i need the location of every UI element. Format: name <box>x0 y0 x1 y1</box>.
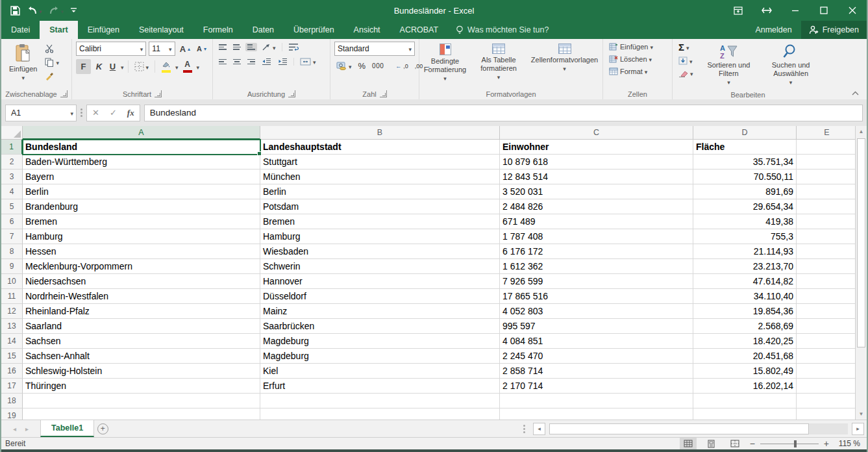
row-header-3[interactable]: 3 <box>1 170 23 184</box>
cell-B9[interactable]: Schwerin <box>260 259 500 274</box>
cell-A11[interactable]: Nordrhein-Westfalen <box>23 289 260 304</box>
select-all-corner[interactable] <box>1 126 23 140</box>
cell-A6[interactable]: Bremen <box>23 214 260 229</box>
percent-style-button[interactable]: % <box>356 60 368 72</box>
cell-B15[interactable]: Magdeburg <box>260 349 500 364</box>
cell-A5[interactable]: Brandenburg <box>23 199 260 214</box>
cell-C4[interactable]: 3 520 031 <box>500 184 693 199</box>
row-header-15[interactable]: 15 <box>1 349 23 364</box>
cell-E18[interactable] <box>797 394 858 408</box>
cell-A13[interactable]: Saarland <box>23 319 260 334</box>
splitter-grip[interactable] <box>523 425 525 433</box>
horizontal-scroll-track[interactable] <box>549 423 848 434</box>
cell-E4[interactable] <box>797 184 858 199</box>
cell-C3[interactable]: 12 843 514 <box>500 170 693 184</box>
sheet-prev-icon[interactable]: ◂ <box>13 425 16 433</box>
cell-D9[interactable]: 23.213,70 <box>693 259 797 274</box>
cell-A12[interactable]: Rheinland-Pfalz <box>23 304 260 319</box>
accounting-format-button[interactable] <box>334 60 354 71</box>
cell-B7[interactable]: Hamburg <box>260 229 500 244</box>
cell-A19[interactable] <box>23 408 260 420</box>
format-painter-button[interactable] <box>43 70 61 82</box>
cell-D10[interactable]: 47.614,82 <box>693 274 797 289</box>
number-format-combo[interactable]: Standard <box>334 42 415 56</box>
zoom-out-icon[interactable]: − <box>750 439 755 448</box>
row-header-4[interactable]: 4 <box>1 184 23 199</box>
cell-B14[interactable]: Magdeburg <box>260 334 500 349</box>
cell-D12[interactable]: 19.854,36 <box>693 304 797 319</box>
tab-überprüfen[interactable]: Überprüfen <box>284 21 344 39</box>
share-button[interactable]: Freigeben <box>801 21 867 39</box>
conditional-formatting-button[interactable]: Bedingte Formatierung <box>420 42 470 85</box>
customize-qat-icon[interactable] <box>70 6 77 14</box>
maximize-icon[interactable] <box>810 0 838 21</box>
row-header-10[interactable]: 10 <box>1 274 23 289</box>
fill-button[interactable] <box>676 55 695 66</box>
clipboard-dialog-launcher-icon[interactable] <box>60 90 68 97</box>
underline-caret-icon[interactable] <box>121 63 124 71</box>
cell-D3[interactable]: 70.550,11 <box>693 170 797 184</box>
decrease-indent-button[interactable] <box>260 56 273 67</box>
delete-cells-button[interactable]: Löschen <box>607 54 654 64</box>
cell-C5[interactable]: 2 484 826 <box>500 199 693 214</box>
row-header-14[interactable]: 14 <box>1 334 23 349</box>
sort-filter-button[interactable]: AZ Sortieren und Filtern <box>701 42 758 89</box>
insert-function-icon[interactable]: fx <box>127 108 134 118</box>
cell-B12[interactable]: Mainz <box>260 304 500 319</box>
tab-start[interactable]: Start <box>40 21 77 39</box>
clear-button[interactable] <box>676 68 695 79</box>
ribbon-display-options-icon[interactable] <box>724 0 752 21</box>
cell-A7[interactable]: Hamburg <box>23 229 260 244</box>
cut-button[interactable] <box>43 43 61 55</box>
cell-B1[interactable]: Landeshauptstadt <box>260 140 500 155</box>
tab-daten[interactable]: Daten <box>243 21 284 39</box>
cell-C15[interactable]: 2 245 470 <box>500 349 693 364</box>
cell-D16[interactable]: 15.802,49 <box>693 364 797 379</box>
row-header-7[interactable]: 7 <box>1 229 23 244</box>
row-header-8[interactable]: 8 <box>1 244 23 259</box>
format-as-table-button[interactable]: Als Tabelle formatieren <box>477 42 521 84</box>
cell-D5[interactable]: 29.654,34 <box>693 199 797 214</box>
row-header-12[interactable]: 12 <box>1 304 23 319</box>
comma-style-button[interactable]: 000 <box>370 61 386 71</box>
cell-A9[interactable]: Mecklenburg-Vorpommern <box>23 259 260 274</box>
font-dialog-launcher-icon[interactable] <box>155 90 162 97</box>
cell-C14[interactable]: 4 084 851 <box>500 334 693 349</box>
number-dialog-launcher-icon[interactable] <box>380 90 387 97</box>
cell-A18[interactable] <box>23 394 260 408</box>
zoom-level[interactable]: 115 % <box>836 439 860 448</box>
insert-cells-button[interactable]: Einfügen <box>607 42 655 52</box>
row-header-6[interactable]: 6 <box>1 214 23 229</box>
name-box[interactable]: A1 <box>5 105 77 121</box>
cell-B11[interactable]: Düsseldorf <box>260 289 500 304</box>
cell-E5[interactable] <box>797 199 858 214</box>
cell-C10[interactable]: 7 926 599 <box>500 274 693 289</box>
column-header-D[interactable]: D <box>693 126 797 140</box>
cell-E2[interactable] <box>797 155 858 170</box>
cell-C17[interactable]: 2 170 714 <box>500 379 693 394</box>
fill-color-button[interactable] <box>159 60 173 74</box>
align-middle-button[interactable] <box>231 43 243 51</box>
row-header-2[interactable]: 2 <box>1 155 23 170</box>
confirm-entry-icon[interactable]: ✓ <box>110 108 117 118</box>
cell-B3[interactable]: München <box>260 170 500 184</box>
cell-E7[interactable] <box>797 229 858 244</box>
cell-A10[interactable]: Niedersachsen <box>23 274 260 289</box>
zoom-in-icon[interactable]: + <box>824 439 829 448</box>
bold-button[interactable]: F <box>76 59 91 74</box>
cell-A2[interactable]: Baden-Württemberg <box>23 155 260 170</box>
cell-C9[interactable]: 1 612 362 <box>500 259 693 274</box>
autosum-button[interactable]: Σ <box>676 42 695 53</box>
sheet-tab-tabelle1[interactable]: Tabelle1 <box>40 420 94 437</box>
cell-E15[interactable] <box>797 349 858 364</box>
cell-E9[interactable] <box>797 259 858 274</box>
grow-font-button[interactable]: A▴ <box>178 43 192 55</box>
format-cells-button[interactable]: Format <box>607 66 649 77</box>
add-sheet-button[interactable]: + <box>94 420 111 437</box>
borders-button[interactable] <box>132 60 151 73</box>
cell-E14[interactable] <box>797 334 858 349</box>
tab-ansicht[interactable]: Ansicht <box>344 21 390 39</box>
cell-D4[interactable]: 891,69 <box>693 184 797 199</box>
align-top-button[interactable] <box>217 43 229 51</box>
redo-caret-icon[interactable] <box>61 5 64 16</box>
